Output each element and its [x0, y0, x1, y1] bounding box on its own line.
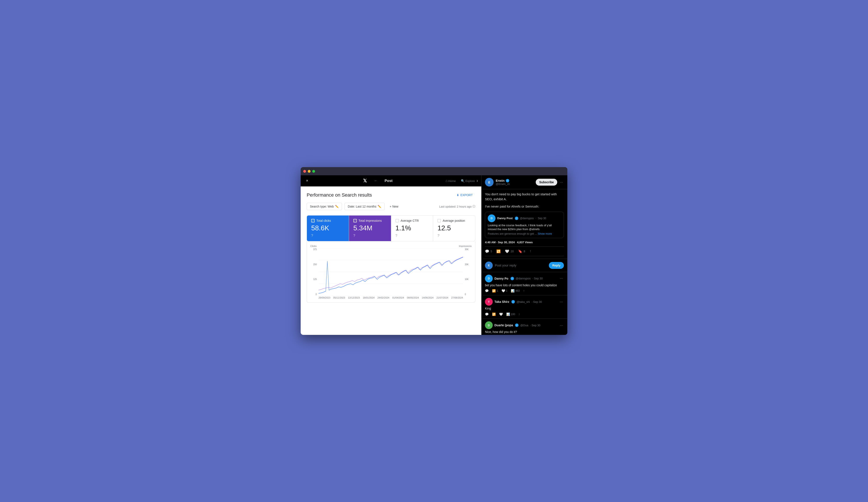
- position-help[interactable]: ?: [437, 234, 440, 237]
- gsc-panel: Performance on Search results ⬇ EXPORT S…: [301, 186, 481, 335]
- reply-placeholder[interactable]: Post your reply: [495, 264, 547, 267]
- show-more-link[interactable]: Show more: [538, 232, 552, 235]
- right-panel: E Erwin ✓ @Erwin_AI Subscribe ··· Y: [481, 175, 567, 335]
- comment-item: D Danny Po ✓ @dannypos · Sep 30 ··· bet …: [482, 272, 567, 296]
- post-title: Post: [384, 179, 392, 183]
- reply-box: E Post your reply Reply: [482, 259, 567, 272]
- comment-avatar-1: D: [485, 275, 493, 283]
- clicks-checkbox[interactable]: ✓: [311, 219, 314, 222]
- c2-more[interactable]: ···: [559, 300, 564, 304]
- quoted-text: Looking at the course feedback, I think …: [488, 224, 561, 231]
- c2-share[interactable]: ↑: [518, 313, 520, 316]
- metric-avg-ctr[interactable]: Average CTR 1.1% ?: [391, 215, 433, 241]
- quoted-avatar: D: [488, 214, 496, 222]
- comments-list: D Danny Po ✓ @dannypos · Sep 30 ··· bet …: [482, 272, 567, 335]
- comment-header-1: D Danny Po ✓ @dannypos · Sep 30 ···: [485, 275, 564, 283]
- reply-action[interactable]: 💬 5: [485, 249, 492, 253]
- export-button[interactable]: ⬇ EXPORT: [454, 192, 475, 198]
- back-icon[interactable]: ←: [374, 178, 378, 183]
- nav-home[interactable]: ⌂ Home: [445, 179, 456, 183]
- post-text-2: I've never paid for Ahrefs or Semrush:: [485, 204, 564, 209]
- date-filter[interactable]: Date: Last 12 months ✏️: [344, 203, 384, 210]
- c1-share[interactable]: ↑: [523, 289, 525, 293]
- info-icon[interactable]: ⓘ: [473, 205, 475, 208]
- c1-like[interactable]: 🤍1: [502, 289, 508, 293]
- ctr-value: 1.1%: [395, 224, 429, 232]
- comment-header-2: T Taka Shirz ✓ @taka_shi · Sep 30 ···: [485, 298, 564, 306]
- author-handle: @Erwin_AI: [496, 182, 510, 186]
- c1-views[interactable]: 📊463: [511, 289, 520, 293]
- quoted-extended: Features are generous enough to get ... …: [488, 232, 561, 235]
- browser-window: × 𝕏 ← Post ⌂ Home 🔍 Explore ›: [301, 167, 567, 335]
- comment-avatar-2: T: [485, 298, 493, 306]
- reply-button[interactable]: Reply: [549, 262, 564, 269]
- quoted-author: D Danny Post ✓ @dannypos · Sep 30: [488, 214, 561, 222]
- c2-retweet[interactable]: 🔁: [492, 313, 496, 316]
- reply-icon: 💬: [485, 249, 489, 253]
- c2-like[interactable]: 🤍: [499, 313, 503, 316]
- clicks-help[interactable]: ?: [311, 234, 313, 237]
- like-icon: 🤍: [505, 249, 509, 253]
- comment-item: D Duarte (popa ✓ @Dua · Sep 30 ··· Nice,…: [482, 319, 567, 335]
- new-filter-button[interactable]: + New: [387, 203, 401, 210]
- retweet-action[interactable]: 🔁: [496, 249, 501, 253]
- ctr-checkbox[interactable]: [395, 219, 399, 222]
- nav-explore[interactable]: 🔍 Explore: [461, 179, 475, 183]
- expand-button[interactable]: ›: [477, 178, 478, 183]
- search-type-filter[interactable]: Search type: Web ✏️: [307, 203, 342, 210]
- chart-svg: [319, 248, 463, 296]
- ctr-help[interactable]: ?: [395, 234, 397, 237]
- c1-retweet[interactable]: 🔁1: [492, 289, 498, 293]
- c2-views[interactable]: 📊100: [506, 313, 515, 316]
- edit-icon-2: ✏️: [378, 205, 381, 208]
- post-text-1: You don't need to pay big bucks to get s…: [485, 192, 564, 202]
- last-updated: Last updated: 2 hours ago ⓘ: [439, 205, 475, 208]
- metric-avg-position[interactable]: Average position 12.5 ?: [433, 215, 475, 241]
- traffic-light-green[interactable]: [312, 170, 315, 173]
- c1-verified: ✓: [510, 277, 514, 280]
- author-details: Erwin ✓ @Erwin_AI: [496, 179, 510, 186]
- gsc-title: Performance on Search results: [307, 192, 372, 198]
- post-meta: 4:40 AM · Sep 30, 2024 · 4,837 Views: [485, 241, 564, 244]
- position-checkbox[interactable]: [437, 219, 441, 222]
- chart-with-axes: 375 250 125 0: [310, 248, 472, 296]
- post-content: You don't need to pay big bucks to get s…: [482, 189, 567, 259]
- metric-total-impressions[interactable]: ✓ Total impressions 5.34M ?: [349, 215, 391, 241]
- comment-avatar-3: D: [485, 321, 493, 329]
- c2-reply[interactable]: 💬: [485, 313, 489, 316]
- c2-actions: 💬 🔁 🤍 📊100 ↑: [485, 313, 564, 316]
- retweet-icon: 🔁: [496, 249, 501, 253]
- gsc-filters: Search type: Web ✏️ Date: Last 12 months…: [307, 203, 475, 210]
- y-axis-right: 30K 20K 10K 0: [465, 248, 472, 296]
- quoted-tweet[interactable]: D Danny Post ✓ @dannypos · Sep 30 Lookin…: [485, 212, 564, 238]
- c3-more[interactable]: ···: [559, 323, 564, 328]
- author-avatar: E: [485, 178, 494, 186]
- bookmark-icon: 🔖: [518, 249, 523, 253]
- gsc-header: Performance on Search results ⬇ EXPORT: [307, 192, 475, 198]
- chart-area: Clicks Impressions 375 250 125 0: [307, 241, 475, 303]
- traffic-light-yellow[interactable]: [308, 170, 311, 173]
- post-actions: 💬 5 🔁 🤍 20 🔖 8 ↑: [485, 246, 564, 256]
- twitter-header: × 𝕏 ← Post ⌂ Home 🔍 Explore ›: [301, 175, 481, 186]
- header-actions: Subscribe ···: [536, 179, 564, 186]
- clicks-value: 58.6K: [311, 224, 344, 232]
- like-action[interactable]: 🤍 20: [505, 249, 514, 253]
- metric-total-clicks[interactable]: ✓ Total clicks 58.6K ?: [307, 215, 349, 241]
- quoted-verified: ✓: [515, 217, 518, 220]
- c1-more[interactable]: ···: [559, 276, 564, 281]
- browser-titlebar: [301, 167, 567, 175]
- comment-item: T Taka Shirz ✓ @taka_shi · Sep 30 ··· Ki…: [482, 295, 567, 319]
- impressions-help[interactable]: ?: [353, 234, 355, 237]
- x-axis-labels: 29/09/2023 05/11/2023 12/12/2023 18/01/2…: [310, 296, 472, 299]
- verified-badge: ✓: [506, 179, 509, 182]
- c1-reply[interactable]: 💬: [485, 289, 489, 293]
- impressions-value: 5.34M: [353, 224, 387, 232]
- author-name-row: Erwin ✓: [496, 179, 510, 182]
- bookmark-action[interactable]: 🔖 8: [518, 249, 525, 253]
- subscribe-button[interactable]: Subscribe: [536, 179, 557, 186]
- impressions-checkbox[interactable]: ✓: [353, 219, 357, 222]
- share-action[interactable]: ↑: [529, 249, 531, 253]
- more-options-button[interactable]: ···: [559, 180, 564, 185]
- close-button[interactable]: ×: [304, 178, 310, 184]
- traffic-light-red[interactable]: [303, 170, 306, 173]
